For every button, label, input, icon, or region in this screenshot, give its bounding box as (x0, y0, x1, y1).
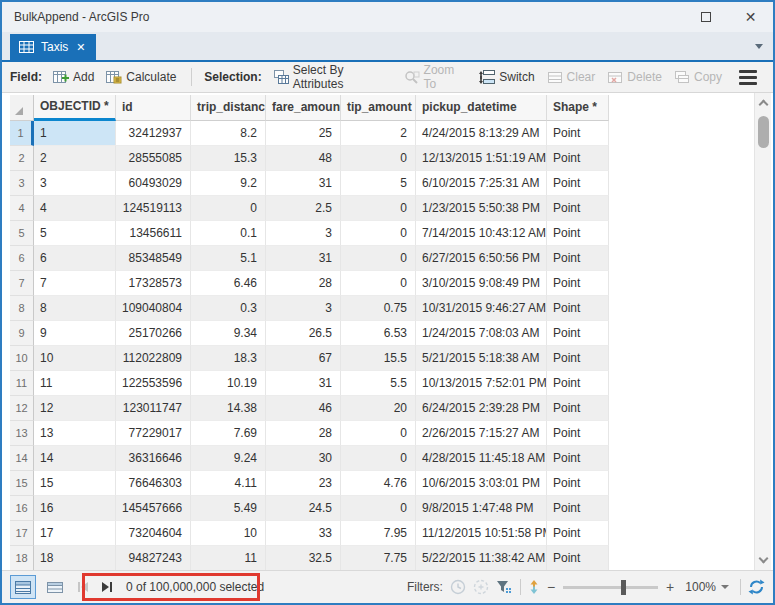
table-cell[interactable]: 73204604 (116, 521, 191, 546)
copy-button[interactable]: Copy (671, 68, 725, 86)
row-number[interactable]: 6 (10, 246, 34, 271)
table-cell[interactable]: Point (547, 221, 609, 246)
table-cell[interactable]: Point (547, 321, 609, 346)
table-cell[interactable]: 9.2 (191, 171, 266, 196)
table-cell[interactable]: 0.3 (191, 296, 266, 321)
next-record-button[interactable] (98, 582, 116, 592)
table-cell[interactable]: 7 (34, 271, 116, 296)
row-number[interactable]: 7 (10, 271, 34, 296)
table-cell[interactable]: 1/23/2015 5:50:38 PM (416, 196, 547, 221)
table-cell[interactable]: 30 (266, 446, 341, 471)
table-cell[interactable]: 10.19 (191, 371, 266, 396)
table-cell[interactable]: 0 (341, 446, 416, 471)
attribute-filter-icon[interactable] (496, 580, 513, 595)
table-cell[interactable]: 8 (34, 296, 116, 321)
table-cell[interactable]: 4 (34, 196, 116, 221)
table-cell[interactable]: 13456611 (116, 221, 191, 246)
delete-selection-button[interactable]: Delete (604, 68, 665, 86)
table-cell[interactable]: 6/10/2015 7:25:31 AM (416, 171, 547, 196)
table-cell[interactable]: 9.34 (191, 321, 266, 346)
table-cell[interactable]: Point (547, 296, 609, 321)
table-cell[interactable]: 46 (266, 396, 341, 421)
table-cell[interactable]: 122553596 (116, 371, 191, 396)
range-filter-icon[interactable] (473, 579, 489, 595)
table-cell[interactable]: 0 (341, 496, 416, 521)
table-cell[interactable]: 76646303 (116, 471, 191, 496)
table-cell[interactable]: 5.1 (191, 246, 266, 271)
table-cell[interactable]: 11 (34, 371, 116, 396)
row-number[interactable]: 9 (10, 321, 34, 346)
table-cell[interactable]: 123011747 (116, 396, 191, 421)
table-cell[interactable]: 9.24 (191, 446, 266, 471)
zoom-to-button[interactable]: Zoom To (401, 61, 471, 93)
table-cell[interactable]: 24.5 (266, 496, 341, 521)
table-cell[interactable]: Point (547, 471, 609, 496)
table-cell[interactable]: 10 (191, 521, 266, 546)
switch-selection-button[interactable]: Switch (476, 68, 537, 87)
table-cell[interactable]: Point (547, 371, 609, 396)
tab-close-icon[interactable]: ✕ (75, 41, 86, 54)
form-view-button[interactable] (42, 575, 68, 599)
table-cell[interactable]: 7/14/2015 10:43:12 AM (416, 221, 547, 246)
select-by-attributes-button[interactable]: Select By Attributes (270, 61, 395, 93)
table-cell[interactable]: Point (547, 171, 609, 196)
row-number[interactable]: 17 (10, 521, 34, 546)
row-number[interactable]: 18 (10, 546, 34, 570)
row-number[interactable]: 12 (10, 396, 34, 421)
table-cell[interactable]: 145457666 (116, 496, 191, 521)
table-cell[interactable]: 25 (266, 121, 341, 146)
table-cell[interactable]: 26.5 (266, 321, 341, 346)
table-cell[interactable]: 16 (34, 496, 116, 521)
table-cell[interactable]: 11 (191, 546, 266, 570)
clear-selection-button[interactable]: Clear (544, 68, 599, 86)
table-cell[interactable]: 5 (341, 171, 416, 196)
tab-list-dropdown-icon[interactable] (755, 44, 763, 49)
column-header-trip-distance[interactable]: trip_distance (191, 95, 266, 121)
table-cell[interactable]: 4.76 (341, 471, 416, 496)
menu-icon[interactable] (731, 66, 765, 89)
vertical-scrollbar[interactable] (754, 93, 771, 570)
table-cell[interactable]: 18.3 (191, 346, 266, 371)
table-cell[interactable]: 28 (266, 271, 341, 296)
table-cell[interactable]: 109040804 (116, 296, 191, 321)
table-cell[interactable]: 11/12/2015 10:51:58 PM (416, 521, 547, 546)
table-cell[interactable]: 124519113 (116, 196, 191, 221)
table-cell[interactable]: 0 (341, 221, 416, 246)
table-cell[interactable]: 0.1 (191, 221, 266, 246)
table-cell[interactable]: 31 (266, 371, 341, 396)
table-cell[interactable]: 6 (34, 246, 116, 271)
table-cell[interactable]: 18 (34, 546, 116, 570)
table-cell[interactable]: 1/24/2015 7:08:03 AM (416, 321, 547, 346)
table-cell[interactable]: 8.2 (191, 121, 266, 146)
table-cell[interactable]: 67 (266, 346, 341, 371)
table-cell[interactable]: 112022809 (116, 346, 191, 371)
column-header-objectid[interactable]: OBJECTID * (34, 95, 116, 121)
table-cell[interactable]: 0.75 (341, 296, 416, 321)
table-cell[interactable]: 10/31/2015 9:46:27 AM (416, 296, 547, 321)
table-cell[interactable]: 5/21/2015 5:18:38 AM (416, 346, 547, 371)
table-cell[interactable]: 48 (266, 146, 341, 171)
table-cell[interactable]: 5.5 (341, 371, 416, 396)
sort-icon[interactable] (528, 579, 540, 595)
table-cell[interactable]: Point (547, 146, 609, 171)
table-cell[interactable]: 28555085 (116, 146, 191, 171)
table-cell[interactable]: 3 (266, 221, 341, 246)
row-number[interactable]: 11 (10, 371, 34, 396)
chevron-down-icon[interactable] (758, 554, 768, 564)
table-cell[interactable]: 2 (341, 121, 416, 146)
row-number[interactable]: 1 (10, 121, 34, 146)
column-header-fare-amount[interactable]: fare_amount (266, 95, 341, 121)
zoom-level-dropdown[interactable]: 100% (681, 580, 733, 594)
corner-select-icon[interactable] (10, 95, 34, 121)
table-cell[interactable]: 60493029 (116, 171, 191, 196)
slider-handle[interactable] (621, 580, 626, 595)
table-cell[interactable]: 1 (34, 121, 116, 146)
table-cell[interactable]: 2 (34, 146, 116, 171)
table-cell[interactable]: 5 (34, 221, 116, 246)
table-cell[interactable]: Point (547, 521, 609, 546)
table-cell[interactable]: 25170266 (116, 321, 191, 346)
table-cell[interactable]: 6.46 (191, 271, 266, 296)
table-cell[interactable]: 7.75 (341, 546, 416, 570)
table-cell[interactable]: 13 (34, 421, 116, 446)
row-number[interactable]: 5 (10, 221, 34, 246)
